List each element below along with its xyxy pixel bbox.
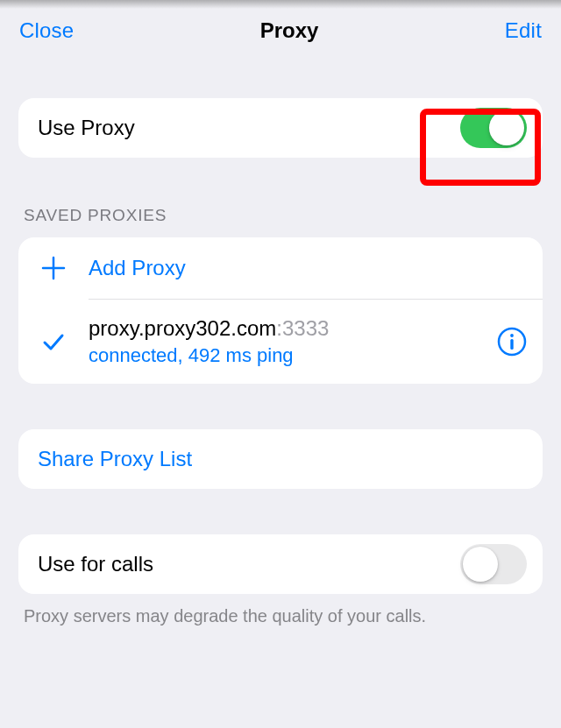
edit-button[interactable]: Edit	[505, 18, 542, 43]
proxy-port-sep: :	[276, 316, 282, 340]
use-proxy-label: Use Proxy	[38, 116, 460, 140]
checkmark-icon	[18, 329, 89, 354]
share-proxy-card: Share Proxy List	[18, 429, 543, 489]
close-button[interactable]: Close	[19, 18, 74, 43]
nav-bar: Close Proxy Edit	[0, 0, 561, 61]
proxy-port: 3333	[282, 316, 329, 340]
use-proxy-toggle[interactable]	[460, 108, 527, 148]
use-for-calls-toggle[interactable]	[460, 544, 527, 584]
share-proxy-row[interactable]: Share Proxy List	[18, 429, 543, 489]
page-title: Proxy	[260, 18, 319, 43]
use-for-calls-label: Use for calls	[38, 552, 460, 576]
svg-point-3	[510, 334, 514, 337]
proxy-host-text: proxy.proxy302.com	[89, 316, 276, 340]
saved-proxies-card: Add Proxy proxy.proxy302.com:3333 connec…	[18, 237, 543, 384]
proxy-status: connected, 492 ms ping	[89, 344, 472, 367]
saved-proxies-header: SAVED PROXIES	[24, 206, 543, 225]
add-proxy-row[interactable]: Add Proxy	[18, 237, 543, 299]
info-button[interactable]	[481, 327, 543, 357]
share-proxy-label: Share Proxy List	[38, 447, 192, 471]
use-proxy-card: Use Proxy	[18, 98, 543, 158]
info-icon	[497, 327, 527, 357]
proxy-host: proxy.proxy302.com:3333	[89, 316, 472, 341]
use-for-calls-card: Use for calls	[18, 534, 543, 594]
add-proxy-label: Add Proxy	[89, 256, 534, 280]
svg-rect-4	[510, 339, 513, 350]
calls-footer: Proxy servers may degrade the quality of…	[24, 606, 543, 626]
proxy-item[interactable]: proxy.proxy302.com:3333 connected, 492 m…	[18, 300, 543, 384]
plus-icon	[18, 255, 89, 281]
